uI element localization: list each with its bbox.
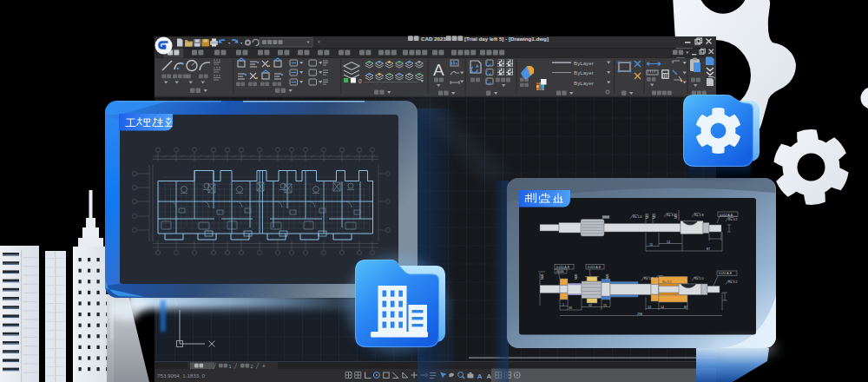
svg-text:Ra 1.6: Ra 1.6	[644, 277, 654, 280]
svg-text:+: +	[262, 363, 266, 369]
svg-text:0: 0	[358, 78, 362, 84]
svg-text:M16: M16	[653, 214, 656, 219]
svg-text:0.012 A-B: 0.012 A-B	[720, 214, 733, 217]
svg-text:Ra 1.6: Ra 1.6	[633, 215, 642, 219]
svg-text:M16: M16	[674, 214, 678, 219]
svg-text:ByLayer: ByLayer	[574, 69, 594, 76]
svg-text:ByLayer: ByLayer	[574, 80, 594, 86]
svg-text:Ra 3.2: Ra 3.2	[728, 280, 738, 284]
svg-text:A: A	[487, 372, 492, 380]
svg-text:14: 14	[661, 306, 664, 309]
svg-text:298: 298	[637, 313, 642, 316]
svg-text:15: 15	[603, 304, 607, 307]
svg-text:Ra 3.2: Ra 3.2	[662, 280, 672, 284]
svg-text:M20: M20	[575, 274, 578, 280]
svg-text:0.010 A-B: 0.010 A-B	[719, 272, 733, 275]
svg-text:1: 1	[229, 364, 232, 369]
svg-text:0.010 A-B: 0.010 A-B	[556, 266, 570, 269]
svg-text:14: 14	[667, 240, 670, 244]
svg-text:15: 15	[649, 243, 653, 247]
svg-text:M16: M16	[646, 214, 649, 219]
svg-text:CAD 2023: CAD 2023	[421, 36, 446, 42]
svg-text:M20: M20	[606, 274, 609, 280]
svg-text:13: 13	[648, 306, 651, 309]
svg-text:ByLayer: ByLayer	[574, 60, 594, 66]
svg-text:Ra 3.2: Ra 3.2	[728, 218, 738, 221]
svg-text:91: 91	[589, 304, 592, 307]
svg-text:0.006: 0.006	[556, 270, 564, 273]
svg-text:1: 1	[562, 303, 564, 306]
svg-text:M20: M20	[541, 274, 544, 280]
svg-text:0.015 A-B: 0.015 A-B	[588, 266, 602, 269]
svg-text:2: 2	[251, 364, 253, 369]
svg-text:87: 87	[707, 247, 710, 251]
svg-text:[Trial day left 5] - [Drawing1: [Trial day left 5] - [Drawing1.dwg]	[464, 36, 549, 42]
svg-text:A: A	[433, 61, 444, 79]
svg-text:753.9064, 1.1833, 0: 753.9064, 1.1833, 0	[157, 372, 206, 379]
svg-text:39: 39	[569, 306, 572, 310]
svg-text:Ra 1.8: Ra 1.8	[694, 214, 704, 217]
svg-text:A: A	[477, 372, 483, 380]
svg-text:Ra 1.0: Ra 1.0	[694, 277, 704, 280]
svg-text:87: 87	[684, 306, 687, 309]
